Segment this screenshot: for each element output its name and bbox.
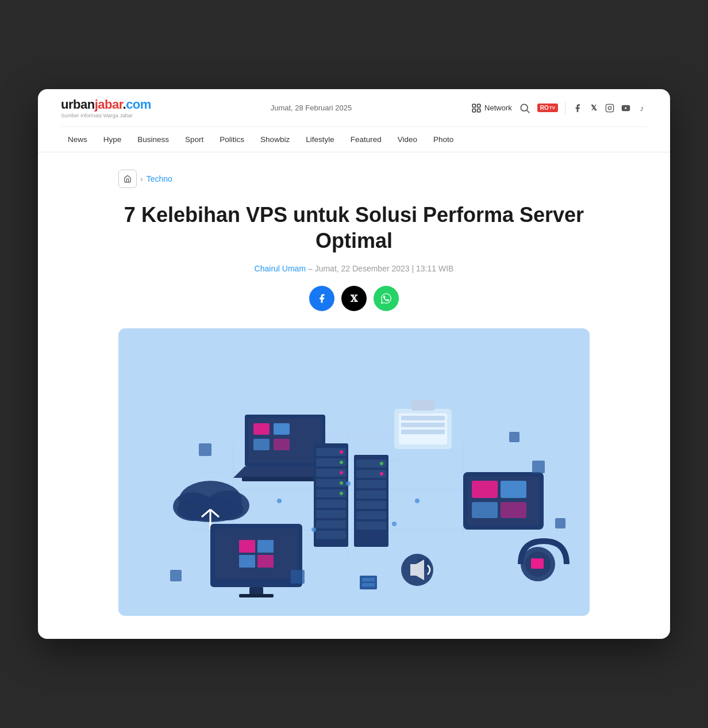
article-meta: Chairul Umam – Jumat, 22 Desember 2023 |… — [118, 264, 590, 273]
svg-rect-62 — [401, 416, 445, 420]
svg-rect-0 — [472, 104, 475, 107]
site-nav: News Hype Business Sport Politics Showbi… — [61, 127, 647, 152]
breadcrumb-current[interactable]: Techno — [147, 174, 172, 183]
article-image — [118, 328, 590, 616]
article-date: Jumat, 22 Desember 2023 | 13:11 WIB — [315, 264, 454, 273]
svg-point-58 — [380, 462, 383, 465]
twitter-header-icon[interactable]: 𝕏 — [588, 103, 599, 113]
svg-rect-99 — [362, 583, 375, 587]
svg-rect-2 — [472, 109, 475, 112]
svg-point-91 — [346, 481, 351, 486]
logo: urbanjabar.com — [61, 97, 151, 112]
svg-rect-54 — [356, 491, 386, 499]
svg-rect-70 — [472, 502, 498, 518]
svg-rect-55 — [356, 501, 386, 509]
social-share: 𝕏 — [118, 286, 590, 311]
browser-window: urbanjabar.com Sumber Informasi Warga Ja… — [38, 89, 670, 639]
svg-point-94 — [392, 522, 397, 526]
network-label: Network — [484, 104, 512, 112]
svg-point-47 — [340, 471, 343, 474]
site-header: urbanjabar.com Sumber Informasi Warga Ja… — [38, 89, 670, 152]
main-content: › Techno 7 Kelebihan VPS untuk Solusi Pe… — [107, 152, 601, 639]
header-top: urbanjabar.com Sumber Informasi Warga Ja… — [61, 89, 647, 127]
share-facebook-button[interactable] — [309, 286, 334, 311]
network-button[interactable]: Network — [471, 103, 512, 113]
svg-point-45 — [340, 450, 343, 454]
breadcrumb-home[interactable] — [118, 170, 137, 188]
breadcrumb: › Techno — [118, 170, 590, 188]
svg-rect-85 — [509, 432, 520, 442]
article-author[interactable]: Chairul Umam — [255, 264, 306, 273]
svg-rect-79 — [239, 594, 274, 597]
svg-rect-41 — [316, 500, 346, 508]
logo-tagline: Sumber Informasi Warga Jabar — [61, 113, 151, 118]
tiktok-header-icon[interactable]: ♪ — [637, 103, 647, 113]
nav-lifestyle[interactable]: Lifestyle — [299, 127, 341, 152]
nav-sport[interactable]: Sport — [178, 127, 210, 152]
search-icon[interactable] — [519, 102, 530, 114]
svg-rect-71 — [501, 502, 526, 518]
svg-rect-32 — [274, 439, 290, 450]
svg-rect-68 — [472, 481, 498, 498]
svg-rect-75 — [257, 540, 274, 553]
svg-point-90 — [277, 499, 282, 503]
svg-point-8 — [611, 105, 612, 106]
svg-rect-44 — [316, 531, 346, 539]
nav-video[interactable]: Video — [391, 127, 424, 152]
nav-news[interactable]: News — [61, 127, 94, 152]
header-date: Jumat, 28 Februari 2025 — [271, 104, 352, 112]
article-title: 7 Kelebihan VPS untuk Solusi Performa Se… — [118, 202, 590, 254]
svg-rect-84 — [532, 461, 545, 473]
header-right: Network RO TV 𝕏 — [471, 102, 647, 114]
logo-area[interactable]: urbanjabar.com Sumber Informasi Warga Ja… — [61, 97, 151, 118]
rotv-label: RO — [540, 105, 549, 111]
svg-rect-88 — [555, 518, 565, 528]
nav-politics[interactable]: Politics — [213, 127, 251, 152]
svg-point-7 — [608, 106, 611, 109]
share-twitter-button[interactable]: 𝕏 — [341, 286, 367, 311]
svg-rect-42 — [316, 510, 346, 518]
nav-showbiz[interactable]: Showbiz — [253, 127, 297, 152]
logo-jabar: jabar — [95, 97, 123, 112]
youtube-header-icon[interactable] — [621, 103, 631, 113]
svg-rect-3 — [478, 109, 480, 112]
svg-rect-78 — [249, 587, 263, 595]
svg-rect-64 — [401, 430, 445, 434]
svg-rect-98 — [362, 578, 375, 581]
svg-rect-83 — [199, 443, 211, 456]
rotv-badge[interactable]: RO TV — [537, 104, 558, 112]
nav-business[interactable]: Business — [130, 127, 176, 152]
svg-rect-63 — [401, 423, 445, 427]
logo-urban: urban — [61, 97, 95, 112]
svg-rect-6 — [606, 104, 613, 112]
svg-rect-82 — [531, 558, 544, 569]
svg-rect-87 — [291, 570, 305, 584]
svg-point-48 — [340, 481, 343, 485]
svg-rect-43 — [316, 520, 346, 528]
svg-rect-56 — [356, 511, 386, 519]
svg-point-49 — [340, 492, 343, 495]
svg-rect-97 — [360, 576, 377, 589]
svg-rect-29 — [253, 423, 270, 435]
svg-line-5 — [527, 110, 530, 113]
svg-rect-76 — [239, 555, 255, 568]
svg-point-46 — [340, 461, 343, 464]
svg-rect-77 — [257, 555, 274, 568]
svg-point-92 — [415, 499, 420, 503]
nav-photo[interactable]: Photo — [426, 127, 460, 152]
social-icons-header: 𝕏 ♪ — [572, 103, 647, 113]
svg-rect-69 — [501, 481, 526, 498]
svg-point-4 — [521, 104, 528, 111]
svg-rect-89 — [170, 570, 182, 581]
nav-hype[interactable]: Hype — [97, 127, 129, 152]
nav-featured[interactable]: Featured — [344, 127, 388, 152]
facebook-header-icon[interactable] — [572, 103, 583, 113]
svg-rect-57 — [356, 522, 386, 530]
vps-svg-illustration — [118, 328, 590, 616]
network-icon — [471, 103, 482, 113]
instagram-header-icon[interactable] — [605, 103, 615, 113]
svg-point-59 — [380, 472, 383, 476]
svg-rect-30 — [274, 423, 290, 435]
svg-rect-1 — [478, 104, 480, 107]
share-whatsapp-button[interactable] — [374, 286, 399, 311]
